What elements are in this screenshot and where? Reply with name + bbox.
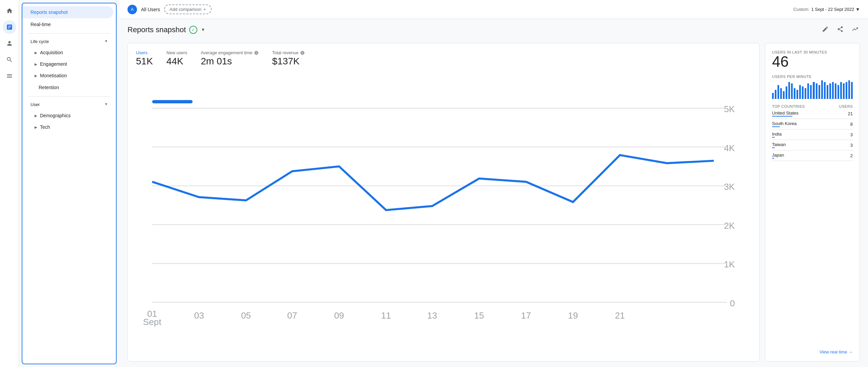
page-title: Reports snapshot <box>127 25 186 34</box>
acquisition-expand-icon: ▶ <box>35 51 37 55</box>
sidebar-item-realtime[interactable]: Real-time <box>22 18 113 30</box>
mini-bar-item <box>824 82 826 99</box>
mini-bar-item <box>788 82 790 99</box>
topbar-left: A All Users Add comparison + <box>127 4 212 14</box>
sidebar-item-acquisition[interactable]: ▶ Acquisition <box>22 47 116 58</box>
user-badge: A <box>127 5 137 14</box>
search-icon[interactable] <box>3 53 16 66</box>
engagement-label: Engagement <box>40 61 67 67</box>
audience-icon[interactable] <box>3 37 16 50</box>
tech-label: Tech <box>40 124 50 130</box>
demographics-expand-icon: ▶ <box>35 114 37 118</box>
sidebar-item-engagement[interactable]: ▶ Engagement <box>22 58 116 70</box>
monetisation-expand-icon: ▶ <box>35 74 37 78</box>
top-countries-section: TOP COUNTRIES USERS United States 21 Sou… <box>772 104 853 161</box>
sidebar-item-tech[interactable]: ▶ Tech <box>22 121 116 133</box>
mini-bar-item <box>832 82 834 99</box>
metric-users: Users 51K <box>136 50 153 67</box>
svg-text:09: 09 <box>334 310 344 321</box>
reports-snapshot-label: Reports snapshot <box>31 9 68 15</box>
view-realtime-link[interactable]: View real time → <box>772 349 853 354</box>
mini-bar-item <box>794 88 795 99</box>
country-name: Taiwan <box>772 142 786 147</box>
lifecycle-label: Life cycle <box>31 39 49 44</box>
svg-text:2K: 2K <box>724 221 735 231</box>
lifecycle-section: Life cycle ▲ <box>22 36 116 47</box>
sidebar-item-reports-snapshot[interactable]: Reports snapshot <box>22 6 113 18</box>
sidebar-item-retention[interactable]: Retention <box>22 81 113 94</box>
all-users-label: All Users <box>141 7 160 12</box>
country-name-container: South Korea <box>772 121 796 127</box>
mini-bar-item <box>835 83 836 99</box>
svg-text:21: 21 <box>615 310 625 321</box>
engagement-label: Average engagement time <box>201 50 258 55</box>
country-user-count: 3 <box>850 132 853 137</box>
tech-expand-icon: ▶ <box>35 125 37 129</box>
edit-icon[interactable] <box>821 24 830 35</box>
metric-new-users: New users 44K <box>166 50 187 67</box>
sidebar-item-monetisation[interactable]: ▶ Monetisation <box>22 70 116 81</box>
mini-bar-chart <box>772 79 853 99</box>
right-panel: USERS IN LAST 30 MINUTES 46 USERS PER MI… <box>765 43 860 362</box>
mini-bar-item <box>772 93 774 99</box>
date-range-chevron-icon: ▼ <box>855 7 860 12</box>
mini-bar-item <box>837 85 839 99</box>
sidebar: Reports snapshot Real-time Life cycle ▲ … <box>22 3 117 364</box>
mini-bar-item <box>821 80 823 99</box>
realtime-count-section: USERS IN LAST 30 MINUTES 46 <box>772 50 853 69</box>
svg-text:19: 19 <box>568 310 578 321</box>
title-dropdown-chevron: ▼ <box>201 27 205 32</box>
revenue-value: $137K <box>272 56 305 67</box>
mini-bar-item <box>807 83 809 99</box>
svg-text:Sept: Sept <box>143 317 162 327</box>
reports-icon[interactable] <box>3 69 16 83</box>
add-comparison-label: Add comparison <box>170 7 201 12</box>
mini-bar-item <box>843 83 845 99</box>
svg-text:13: 13 <box>427 310 437 321</box>
date-range-picker[interactable]: 1 Sept - 22 Sept 2022 ▼ <box>811 7 860 12</box>
mini-bar-item <box>799 85 801 99</box>
country-name: Japan <box>772 152 784 158</box>
country-bar <box>772 147 775 148</box>
list-item: Japan 2 <box>772 150 853 161</box>
svg-text:07: 07 <box>287 310 297 321</box>
country-bar <box>772 116 792 117</box>
content-area: Users 51K New users 44K Average engageme… <box>119 38 868 367</box>
title-dropdown[interactable]: ▼ <box>201 27 205 32</box>
mini-bar-item <box>816 83 817 99</box>
mini-bar-item <box>791 83 793 99</box>
home-icon[interactable] <box>3 4 16 18</box>
topbar-right: Custom 1 Sept - 22 Sept 2022 ▼ <box>793 7 860 12</box>
list-item: South Korea 8 <box>772 119 853 129</box>
status-check-icon: ✓ <box>189 26 197 34</box>
mini-bar-item <box>796 90 798 99</box>
trend-icon[interactable] <box>850 24 860 35</box>
country-bar <box>772 137 775 138</box>
chart-area: 5K 4K 3K 2K 1K 0 <box>136 72 751 354</box>
metrics-row: Users 51K New users 44K Average engageme… <box>136 50 751 67</box>
country-name-container: Taiwan <box>772 142 786 148</box>
sidebar-divider-2 <box>28 96 111 97</box>
add-comparison-button[interactable]: Add comparison + <box>164 4 212 14</box>
mini-bar-item <box>805 88 806 99</box>
share-icon[interactable] <box>835 24 845 35</box>
custom-label: Custom <box>793 7 809 12</box>
mini-bar-item <box>851 82 853 99</box>
per-minute-label: USERS PER MINUTE <box>772 75 853 79</box>
country-name: India <box>772 131 782 137</box>
line-chart-svg: 5K 4K 3K 2K 1K 0 <box>136 72 751 354</box>
mini-bar-item <box>783 91 785 99</box>
top-countries-label: TOP COUNTRIES <box>772 104 805 108</box>
country-user-count: 21 <box>848 111 853 116</box>
main-content: A All Users Add comparison + Custom 1 Se… <box>119 0 868 367</box>
analytics-icon[interactable] <box>3 20 16 34</box>
realtime-label: Real-time <box>31 22 51 27</box>
sidebar-item-demographics[interactable]: ▶ Demographics <box>22 110 116 121</box>
list-item: India 3 <box>772 129 853 140</box>
chart-line <box>152 155 714 210</box>
svg-text:5K: 5K <box>724 104 735 114</box>
country-bar <box>772 126 780 127</box>
chart-card: Users 51K New users 44K Average engageme… <box>127 43 760 362</box>
mini-bar-item <box>840 82 842 99</box>
mini-bar-item <box>802 86 804 99</box>
